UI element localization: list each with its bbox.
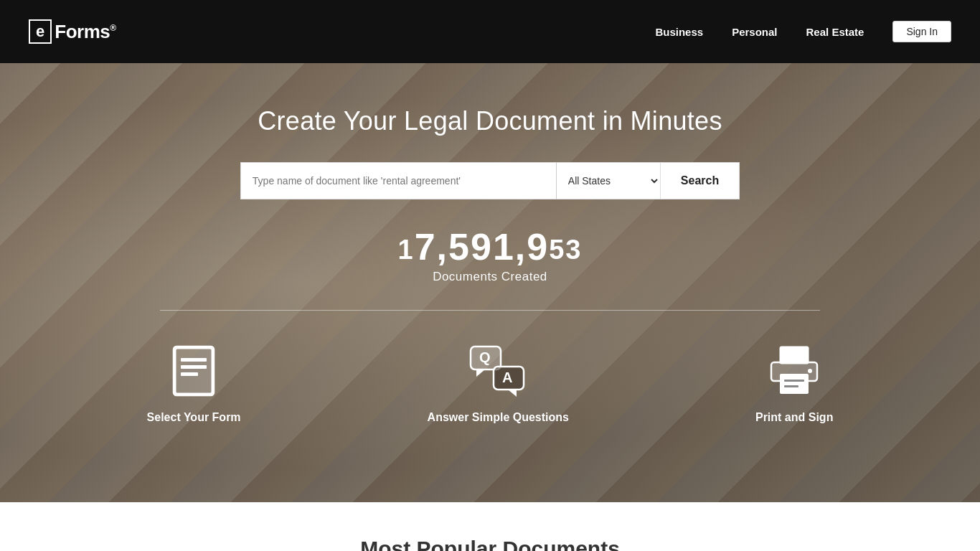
qa-icon: Q A: [469, 342, 527, 400]
sign-in-button[interactable]: Sign In: [892, 21, 951, 42]
search-input[interactable]: [240, 162, 556, 199]
svg-rect-2: [181, 365, 207, 369]
step-print-sign: Print and Sign: [755, 342, 833, 424]
search-bar: All States AlabamaAlaskaArizona Californ…: [240, 162, 740, 199]
step-print-label: Print and Sign: [755, 411, 833, 424]
print-icon: [765, 342, 823, 400]
logo-text: Forms®: [55, 21, 116, 43]
counter-number: 17,591,953: [398, 228, 583, 265]
nav-links: Business Personal Real Estate: [655, 26, 864, 38]
svg-rect-1: [181, 358, 207, 362]
hero-steps: Select Your Form Q A Answer: [0, 342, 980, 424]
counter-block: 17,591,953 Documents Created: [398, 228, 583, 284]
logo[interactable]: e Forms®: [29, 19, 116, 44]
navbar: e Forms® Business Personal Real Estate S…: [0, 0, 980, 63]
state-select[interactable]: All States AlabamaAlaskaArizona Californ…: [556, 162, 660, 199]
step-answer-questions: Q A Answer Simple Questions: [428, 342, 569, 424]
svg-rect-15: [784, 380, 804, 382]
form-icon: [165, 342, 222, 400]
svg-rect-11: [780, 347, 809, 364]
nav-business[interactable]: Business: [655, 26, 703, 38]
logo-e: e: [36, 22, 44, 40]
hero-section: Create Your Legal Document in Minutes Al…: [0, 63, 980, 502]
counter-label: Documents Created: [398, 270, 583, 284]
hero-divider: [160, 310, 820, 311]
logo-box: e: [29, 19, 52, 44]
svg-text:Q: Q: [479, 349, 491, 365]
svg-text:A: A: [502, 369, 512, 385]
svg-point-17: [808, 369, 812, 373]
svg-marker-9: [508, 390, 517, 397]
step-select-form: Select Your Form: [147, 342, 241, 424]
step-select-form-label: Select Your Form: [147, 411, 241, 424]
hero-content: Create Your Legal Document in Minutes Al…: [0, 63, 980, 424]
most-popular-title: Most Popular Documents: [360, 537, 620, 551]
most-popular-section: Most Popular Documents: [0, 502, 980, 551]
svg-rect-16: [784, 385, 798, 387]
svg-marker-6: [476, 369, 485, 377]
nav-right: Business Personal Real Estate Sign In: [655, 21, 951, 42]
step-answer-label: Answer Simple Questions: [428, 411, 569, 424]
svg-rect-3: [181, 372, 198, 376]
nav-personal[interactable]: Personal: [732, 26, 777, 38]
nav-real-estate[interactable]: Real Estate: [806, 26, 864, 38]
hero-title: Create Your Legal Document in Minutes: [258, 106, 722, 136]
svg-rect-14: [780, 374, 809, 394]
svg-rect-0: [175, 348, 212, 394]
search-button[interactable]: Search: [660, 162, 740, 199]
